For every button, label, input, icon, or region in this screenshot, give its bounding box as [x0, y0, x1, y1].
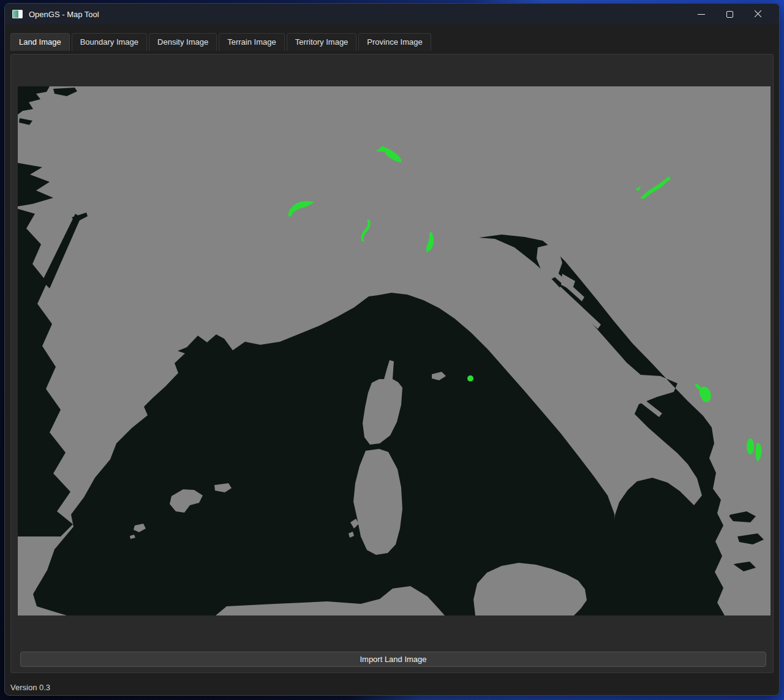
close-icon [754, 10, 762, 18]
tab-territory-image[interactable]: Territory Image [287, 33, 357, 51]
app-icon [12, 10, 23, 18]
map-preview [18, 86, 771, 615]
window-controls [687, 4, 772, 24]
tab-province-image[interactable]: Province Image [358, 33, 431, 51]
minimize-icon [698, 14, 705, 15]
tab-panel: Import Land Image [10, 54, 774, 673]
maximize-icon [726, 11, 733, 18]
titlebar: OpenGS - Map Tool [5, 4, 779, 24]
tab-boundary-image[interactable]: Boundary Image [72, 33, 147, 51]
window-title: OpenGS - Map Tool [29, 10, 99, 19]
version-label: Version 0.3 [10, 683, 50, 692]
tab-land-image[interactable]: Land Image [10, 33, 70, 51]
maximize-button[interactable] [715, 4, 744, 24]
close-button[interactable] [744, 4, 772, 24]
tab-strip: Land Image Boundary Image Density Image … [10, 33, 431, 51]
tab-density-image[interactable]: Density Image [149, 33, 217, 51]
import-land-image-button[interactable]: Import Land Image [20, 652, 766, 667]
minimize-button[interactable] [687, 4, 715, 24]
lake-ohrid [747, 438, 754, 454]
map-canvas [18, 86, 771, 615]
tab-terrain-image[interactable]: Terrain Image [219, 33, 284, 51]
lake-trasimeno [467, 375, 473, 382]
app-window: OpenGS - Map Tool Land Image Boundary Im… [4, 3, 780, 696]
